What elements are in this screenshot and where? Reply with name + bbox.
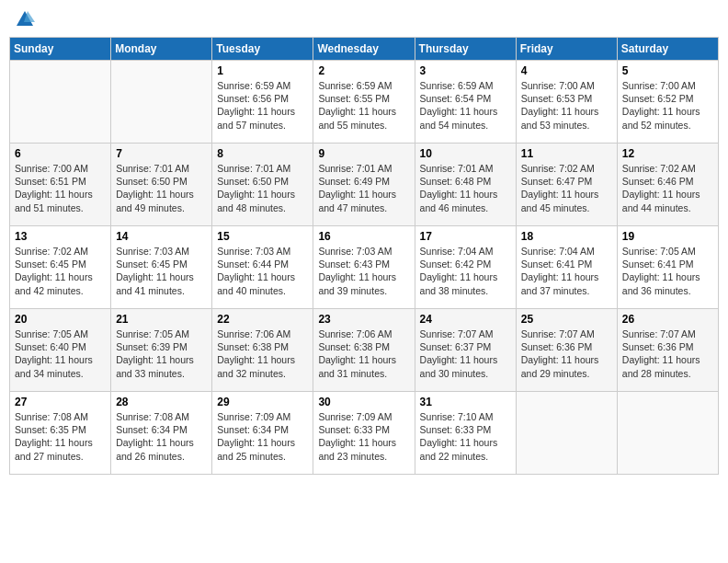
day-info: Sunrise: 7:01 AMSunset: 6:50 PMDaylight:… xyxy=(116,162,207,214)
calendar-cell: 11Sunrise: 7:02 AMSunset: 6:47 PMDayligh… xyxy=(516,144,617,226)
calendar-table: SundayMondayTuesdayWednesdayThursdayFrid… xyxy=(9,37,719,475)
day-info: Sunrise: 6:59 AMSunset: 6:56 PMDaylight:… xyxy=(217,79,308,132)
calendar-cell: 26Sunrise: 7:07 AMSunset: 6:36 PMDayligh… xyxy=(617,309,718,392)
day-number: 7 xyxy=(116,147,207,160)
calendar-cell: 15Sunrise: 7:03 AMSunset: 6:44 PMDayligh… xyxy=(212,226,313,309)
day-info: Sunrise: 7:07 AMSunset: 6:37 PMDaylight:… xyxy=(420,327,511,380)
weekday-header: Tuesday xyxy=(212,38,313,61)
day-number: 15 xyxy=(217,230,308,243)
day-number: 17 xyxy=(420,230,511,243)
calendar-cell: 1Sunrise: 6:59 AMSunset: 6:56 PMDaylight… xyxy=(212,61,313,144)
weekday-header: Sunday xyxy=(10,38,111,61)
calendar-cell: 22Sunrise: 7:06 AMSunset: 6:38 PMDayligh… xyxy=(212,309,313,392)
calendar-cell: 27Sunrise: 7:08 AMSunset: 6:35 PMDayligh… xyxy=(10,392,111,475)
day-number: 24 xyxy=(420,313,511,326)
day-number: 18 xyxy=(521,230,612,243)
day-info: Sunrise: 7:05 AMSunset: 6:40 PMDaylight:… xyxy=(15,327,106,380)
day-number: 20 xyxy=(15,313,106,326)
day-number: 10 xyxy=(420,147,511,160)
day-info: Sunrise: 7:02 AMSunset: 6:47 PMDaylight:… xyxy=(521,162,612,214)
day-info: Sunrise: 7:02 AMSunset: 6:45 PMDaylight:… xyxy=(15,245,106,297)
weekday-header: Saturday xyxy=(617,38,718,61)
day-info: Sunrise: 7:02 AMSunset: 6:46 PMDaylight:… xyxy=(622,162,713,214)
calendar-cell: 24Sunrise: 7:07 AMSunset: 6:37 PMDayligh… xyxy=(415,309,516,392)
day-info: Sunrise: 7:04 AMSunset: 6:41 PMDaylight:… xyxy=(521,245,612,297)
day-number: 6 xyxy=(15,147,106,160)
day-info: Sunrise: 7:03 AMSunset: 6:45 PMDaylight:… xyxy=(116,245,207,297)
day-number: 28 xyxy=(116,396,207,408)
day-number: 19 xyxy=(622,230,713,243)
day-number: 3 xyxy=(420,64,511,77)
calendar-cell: 14Sunrise: 7:03 AMSunset: 6:45 PMDayligh… xyxy=(111,226,212,309)
weekday-header: Thursday xyxy=(415,38,516,61)
day-info: Sunrise: 7:01 AMSunset: 6:49 PMDaylight:… xyxy=(318,162,409,214)
day-number: 5 xyxy=(622,64,713,77)
day-info: Sunrise: 7:06 AMSunset: 6:38 PMDaylight:… xyxy=(217,327,308,380)
day-info: Sunrise: 7:08 AMSunset: 6:34 PMDaylight:… xyxy=(116,410,207,463)
day-number: 14 xyxy=(116,230,207,243)
day-number: 23 xyxy=(318,313,409,326)
calendar-header-row: SundayMondayTuesdayWednesdayThursdayFrid… xyxy=(10,38,719,61)
day-number: 8 xyxy=(217,147,308,160)
day-number: 12 xyxy=(622,147,713,160)
calendar-cell: 18Sunrise: 7:04 AMSunset: 6:41 PMDayligh… xyxy=(516,226,617,309)
day-number: 31 xyxy=(420,396,511,408)
calendar-cell: 28Sunrise: 7:08 AMSunset: 6:34 PMDayligh… xyxy=(111,392,212,475)
day-info: Sunrise: 7:00 AMSunset: 6:52 PMDaylight:… xyxy=(622,79,713,132)
logo xyxy=(13,9,35,29)
weekday-header: Monday xyxy=(111,38,212,61)
calendar-cell xyxy=(516,392,617,475)
calendar-cell: 4Sunrise: 7:00 AMSunset: 6:53 PMDaylight… xyxy=(516,61,617,144)
calendar-cell: 12Sunrise: 7:02 AMSunset: 6:46 PMDayligh… xyxy=(617,144,718,226)
calendar-cell: 29Sunrise: 7:09 AMSunset: 6:34 PMDayligh… xyxy=(212,392,313,475)
day-number: 16 xyxy=(318,230,409,243)
calendar-cell: 6Sunrise: 7:00 AMSunset: 6:51 PMDaylight… xyxy=(10,144,111,226)
day-number: 26 xyxy=(622,313,713,326)
day-number: 29 xyxy=(217,396,308,408)
day-number: 4 xyxy=(521,64,612,77)
calendar-cell xyxy=(111,61,212,144)
logo-icon xyxy=(15,9,35,29)
day-number: 27 xyxy=(15,396,106,408)
day-info: Sunrise: 7:01 AMSunset: 6:50 PMDaylight:… xyxy=(217,162,308,214)
calendar-cell xyxy=(617,392,718,475)
calendar-cell: 20Sunrise: 7:05 AMSunset: 6:40 PMDayligh… xyxy=(10,309,111,392)
day-info: Sunrise: 6:59 AMSunset: 6:55 PMDaylight:… xyxy=(318,79,409,132)
day-info: Sunrise: 7:06 AMSunset: 6:38 PMDaylight:… xyxy=(318,327,409,380)
calendar-cell: 21Sunrise: 7:05 AMSunset: 6:39 PMDayligh… xyxy=(111,309,212,392)
calendar-cell: 10Sunrise: 7:01 AMSunset: 6:48 PMDayligh… xyxy=(415,144,516,226)
day-info: Sunrise: 7:07 AMSunset: 6:36 PMDaylight:… xyxy=(622,327,713,380)
page-header xyxy=(9,9,719,29)
calendar-cell xyxy=(10,61,111,144)
calendar-cell: 30Sunrise: 7:09 AMSunset: 6:33 PMDayligh… xyxy=(313,392,415,475)
day-number: 21 xyxy=(116,313,207,326)
day-info: Sunrise: 7:00 AMSunset: 6:53 PMDaylight:… xyxy=(521,79,612,132)
day-info: Sunrise: 7:09 AMSunset: 6:33 PMDaylight:… xyxy=(318,410,409,463)
calendar-week-row: 20Sunrise: 7:05 AMSunset: 6:40 PMDayligh… xyxy=(10,309,719,392)
calendar-cell: 5Sunrise: 7:00 AMSunset: 6:52 PMDaylight… xyxy=(617,61,718,144)
day-number: 1 xyxy=(217,64,308,77)
calendar-cell: 17Sunrise: 7:04 AMSunset: 6:42 PMDayligh… xyxy=(415,226,516,309)
day-info: Sunrise: 7:10 AMSunset: 6:33 PMDaylight:… xyxy=(420,410,511,463)
day-info: Sunrise: 7:05 AMSunset: 6:41 PMDaylight:… xyxy=(622,245,713,297)
calendar-cell: 31Sunrise: 7:10 AMSunset: 6:33 PMDayligh… xyxy=(415,392,516,475)
calendar-cell: 19Sunrise: 7:05 AMSunset: 6:41 PMDayligh… xyxy=(617,226,718,309)
day-number: 25 xyxy=(521,313,612,326)
day-info: Sunrise: 7:03 AMSunset: 6:43 PMDaylight:… xyxy=(318,245,409,297)
calendar-cell: 2Sunrise: 6:59 AMSunset: 6:55 PMDaylight… xyxy=(313,61,415,144)
weekday-header: Wednesday xyxy=(313,38,415,61)
calendar-cell: 25Sunrise: 7:07 AMSunset: 6:36 PMDayligh… xyxy=(516,309,617,392)
day-info: Sunrise: 7:08 AMSunset: 6:35 PMDaylight:… xyxy=(15,410,106,463)
calendar-cell: 23Sunrise: 7:06 AMSunset: 6:38 PMDayligh… xyxy=(313,309,415,392)
day-number: 9 xyxy=(318,147,409,160)
day-number: 30 xyxy=(318,396,409,408)
calendar-week-row: 13Sunrise: 7:02 AMSunset: 6:45 PMDayligh… xyxy=(10,226,719,309)
day-number: 22 xyxy=(217,313,308,326)
day-info: Sunrise: 6:59 AMSunset: 6:54 PMDaylight:… xyxy=(420,79,511,132)
day-number: 2 xyxy=(318,64,409,77)
day-info: Sunrise: 7:09 AMSunset: 6:34 PMDaylight:… xyxy=(217,410,308,463)
day-info: Sunrise: 7:04 AMSunset: 6:42 PMDaylight:… xyxy=(420,245,511,297)
calendar-week-row: 6Sunrise: 7:00 AMSunset: 6:51 PMDaylight… xyxy=(10,144,719,226)
calendar-cell: 7Sunrise: 7:01 AMSunset: 6:50 PMDaylight… xyxy=(111,144,212,226)
calendar-cell: 9Sunrise: 7:01 AMSunset: 6:49 PMDaylight… xyxy=(313,144,415,226)
